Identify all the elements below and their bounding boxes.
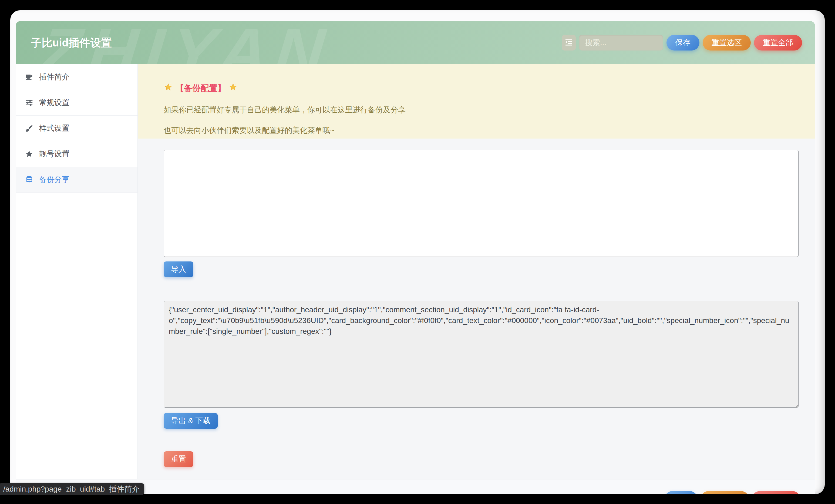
plugin-settings-window: ZHIYAN 子比uid插件设置 保存 重 <box>10 10 825 494</box>
sidebar: 插件简介 常规设置 样式设置 靓号设置 <box>16 64 138 479</box>
glowing-star-emoji <box>228 83 238 94</box>
link-preview-tooltip: /admin.php?page=zib_uid#tab=插件简介 <box>0 483 144 495</box>
divider <box>164 289 798 289</box>
export-download-button[interactable]: 导出 & 下载 <box>164 413 218 429</box>
glowing-star-emoji <box>164 83 173 94</box>
reset-selection-button-bottom[interactable]: 重置选区 <box>701 491 749 494</box>
export-config-textarea[interactable]: {"user_center_uid_display":"1","author_h… <box>164 301 798 408</box>
backup-content: 导入 {"user_center_uid_display":"1","autho… <box>138 139 815 479</box>
page-title: 子比uid插件设置 <box>31 35 112 50</box>
sidebar-item-backup-share[interactable]: 备份分享 <box>16 167 138 193</box>
star-icon <box>25 149 34 159</box>
sidebar-item-label: 样式设置 <box>39 123 69 134</box>
sidebar-item-label: 靓号设置 <box>39 149 69 159</box>
header-controls: 保存 重置选区 重置全部 <box>562 35 802 51</box>
outdent-icon <box>565 38 573 47</box>
sidebar-item-general-settings[interactable]: 常规设置 <box>16 90 138 116</box>
screen: ZHIYAN 子比uid插件设置 保存 重 <box>0 0 835 504</box>
reset-selection-button[interactable]: 重置选区 <box>703 35 751 51</box>
footer-buttons: 保存 重置选区 重置全部 <box>665 491 800 494</box>
coffee-icon <box>25 73 34 82</box>
search-input[interactable] <box>579 35 663 51</box>
notice-title: 【备份配置】 <box>176 83 226 94</box>
sidebar-item-style-settings[interactable]: 样式设置 <box>16 116 138 141</box>
save-button[interactable]: 保存 <box>667 35 699 51</box>
sidebar-item-plugin-intro[interactable]: 插件简介 <box>16 64 138 90</box>
save-button-bottom[interactable]: 保存 <box>665 491 697 494</box>
database-icon <box>25 175 34 184</box>
sidebar-item-label: 备份分享 <box>39 175 69 185</box>
sidebar-item-label: 插件简介 <box>39 72 69 82</box>
reset-config-button[interactable]: 重置 <box>164 451 194 467</box>
notice-line: 如果你已经配置好专属于自己的美化菜单，你可以在这里进行备份及分享 <box>164 105 799 115</box>
sidebar-item-special-number-settings[interactable]: 靓号设置 <box>16 141 138 167</box>
reset-all-button-bottom[interactable]: 重置全部 <box>752 491 800 494</box>
notice-line: 也可以去向小伙伴们索要以及配置好的美化菜单哦~ <box>164 125 799 136</box>
notice-title-row: 【备份配置】 <box>164 83 799 94</box>
sidebar-item-label: 常规设置 <box>39 98 69 108</box>
collapse-sections-button[interactable] <box>562 35 576 51</box>
import-button[interactable]: 导入 <box>164 261 194 277</box>
app-header: ZHIYAN 子比uid插件设置 保存 重 <box>16 21 815 64</box>
paintbrush-icon <box>25 124 34 133</box>
import-config-textarea[interactable] <box>164 150 798 257</box>
backup-notice-panel: 【备份配置】 如果你已经配置好专属于自己的美化菜单，你可以在这里进行备份及分享 … <box>138 64 815 139</box>
reset-all-button[interactable]: 重置全部 <box>754 35 802 51</box>
sliders-icon <box>25 98 34 107</box>
divider <box>164 440 798 440</box>
